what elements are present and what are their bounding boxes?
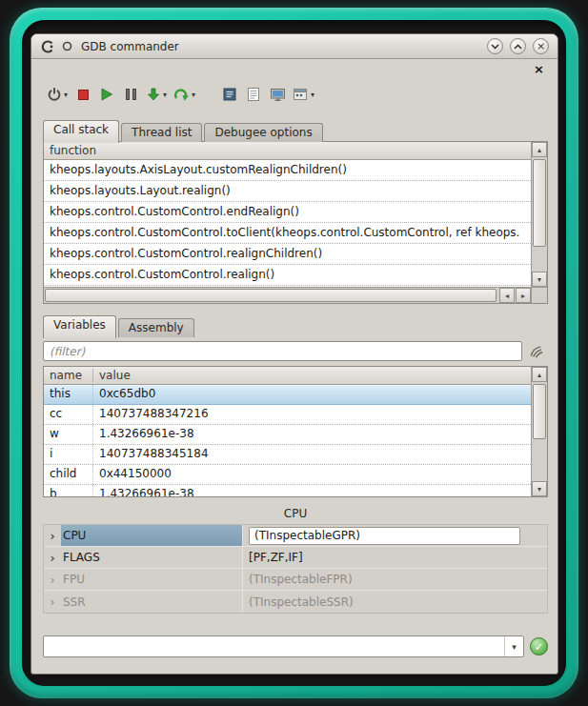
vertical-scrollbar[interactable]: ▴ ▾ [531, 142, 547, 287]
monitor-icon [270, 87, 286, 102]
stack-frame-row[interactable]: kheops.control.CustomControl.toClient(kh… [44, 223, 531, 244]
show-messages-button[interactable] [243, 83, 264, 107]
chevron-down-icon: ▾ [163, 91, 167, 99]
variable-row[interactable]: w 1.43266961e-38 [44, 425, 531, 445]
variable-row[interactable]: i 140737488345184 [44, 445, 531, 465]
vertical-scrollbar[interactable]: ▴ ▾ [531, 367, 547, 496]
gdb-command-combobox[interactable]: ▾ [43, 635, 524, 657]
register-value-field[interactable]: (TInspectableGPR) [249, 527, 520, 545]
scroll-up-button[interactable]: ▴ [532, 367, 547, 382]
variable-value: 140737488347216 [93, 405, 531, 424]
tab-label: Assembly [129, 321, 184, 334]
close-pane-button[interactable]: × [533, 64, 545, 76]
expander-icon[interactable]: › [44, 569, 61, 590]
power-button[interactable]: ▾ [45, 83, 70, 107]
variable-value: 1.43266961e-38 [93, 425, 531, 444]
titlebar[interactable]: GDB commander × [31, 34, 558, 59]
stop-button[interactable] [72, 83, 93, 107]
column-header-value: value [93, 369, 136, 382]
gdb-commander-window: GDB commander × × [30, 33, 558, 675]
scroll-left-button[interactable]: ◂ [499, 288, 515, 303]
stack-frame-row[interactable]: kheops.layouts.AxisLayout.customRealignC… [44, 160, 531, 181]
variable-row[interactable]: child 0x44150000 [44, 465, 531, 485]
cpu-row[interactable]: › FLAGS [PF,ZF,IF] [44, 547, 547, 569]
show-log-button[interactable] [219, 83, 240, 107]
expander-icon[interactable]: › [44, 525, 61, 546]
variable-value: 0x44150000 [93, 465, 531, 484]
scroll-down-button[interactable]: ▾ [532, 481, 547, 496]
variable-value: 0xc65db0 [93, 385, 531, 404]
register-group-value: [PF,ZF,IF] [242, 547, 547, 568]
stack-frame-row[interactable]: kheops.control.CustomControl.realign() [44, 265, 531, 286]
tab-assembly[interactable]: Assembly [118, 318, 194, 337]
register-group-value: (TInspectableSSR) [242, 591, 547, 613]
tab-debugee-options[interactable]: Debugee options [204, 123, 322, 142]
variable-value: 140737488345184 [93, 445, 531, 464]
scroll-down-icon: ▾ [537, 485, 541, 494]
scrollbar-thumb[interactable] [533, 384, 546, 439]
chevron-down-icon [491, 44, 499, 50]
stack-frame-row[interactable]: kheops.control.CustomControl.endRealign(… [44, 202, 531, 223]
variable-row[interactable]: this 0xc65db0 [44, 385, 531, 405]
inspector-tabbar: Variables Assembly [43, 314, 196, 337]
scrollbar-thumb[interactable] [533, 159, 546, 247]
tab-variables[interactable]: Variables [43, 315, 116, 338]
scroll-up-button[interactable]: ▴ [532, 142, 547, 157]
register-group-value: (TInspectableGPR) [242, 525, 547, 546]
scroll-down-button[interactable]: ▾ [532, 272, 547, 287]
close-button[interactable]: × [533, 38, 549, 54]
column-header-function: function [44, 144, 102, 157]
power-icon [47, 87, 62, 102]
screen: GDB commander × × [0, 0, 588, 706]
step-over-button[interactable]: ▾ [172, 83, 197, 107]
variable-name: i [44, 445, 93, 464]
variable-row[interactable]: b 1.43266961e-38 [44, 485, 531, 496]
variable-row[interactable]: cc 140737488347216 [44, 405, 531, 425]
filter-input[interactable] [43, 341, 522, 361]
cpu-row[interactable]: › FPU (TInspectableFPR) [44, 569, 547, 591]
filter-options-button[interactable] [528, 343, 544, 359]
scroll-left-icon: ◂ [505, 292, 509, 300]
tab-label: Thread list [132, 126, 192, 139]
gdb-command-input[interactable] [44, 636, 503, 656]
minimize-button[interactable] [487, 38, 503, 54]
cpu-inspector: › CPU (TInspectableGPR) › FLAGS [PF,ZF,I… [43, 524, 548, 614]
expander-icon[interactable]: › [44, 591, 61, 613]
window-list-icon [293, 87, 309, 102]
tab-call-stack[interactable]: Call stack [43, 120, 119, 143]
combobox-dropdown-button[interactable]: ▾ [504, 636, 523, 656]
tab-label: Debugee options [214, 126, 312, 139]
continue-button[interactable] [96, 83, 117, 107]
scrollbar-thumb[interactable] [45, 289, 497, 302]
stop-icon [78, 90, 89, 100]
chevron-down-icon: ▾ [64, 91, 68, 99]
step-over-arrow-icon [173, 87, 190, 102]
cpu-row[interactable]: › CPU (TInspectableGPR) [44, 525, 547, 547]
cpu-row[interactable]: › SSR (TInspectableSSR) [44, 591, 547, 613]
horizontal-scrollbar[interactable]: ◂ ▸ [44, 287, 531, 303]
debuggee-window-button[interactable] [267, 83, 288, 107]
register-group-name: SSR [61, 591, 242, 613]
window-menu-icon[interactable] [62, 41, 72, 51]
stack-frame-row[interactable]: kheops.control.CustomControl.realignChil… [44, 244, 531, 265]
variable-value: 1.43266961e-38 [93, 485, 531, 496]
message-list-icon [246, 87, 261, 102]
close-icon: × [537, 41, 545, 51]
custom-commands-button[interactable]: ▾ [291, 83, 316, 107]
expander-icon[interactable]: › [44, 547, 61, 568]
maximize-button[interactable] [510, 38, 526, 54]
send-command-button[interactable]: ✓ [530, 637, 548, 656]
chevron-down-icon: ▾ [192, 91, 195, 99]
chevron-up-icon [514, 44, 522, 50]
scroll-up-icon: ▴ [537, 371, 541, 379]
register-group-name: FPU [61, 569, 242, 590]
tab-thread-list[interactable]: Thread list [121, 123, 202, 142]
variables-table: name value this 0xc65db0 cc 140737488347… [43, 366, 548, 497]
stack-frame-row[interactable]: kheops.layouts.Layout.realign() [44, 181, 531, 202]
scroll-right-icon: ▸ [521, 292, 525, 300]
step-button[interactable]: ▾ [144, 83, 169, 107]
variables-rows: this 0xc65db0 cc 140737488347216 w 1.432… [44, 385, 531, 496]
pause-button[interactable] [120, 83, 141, 107]
call-stack-table: function kheops.layouts.AxisLayout.custo… [43, 141, 548, 304]
scroll-right-button[interactable]: ▸ [516, 288, 531, 303]
